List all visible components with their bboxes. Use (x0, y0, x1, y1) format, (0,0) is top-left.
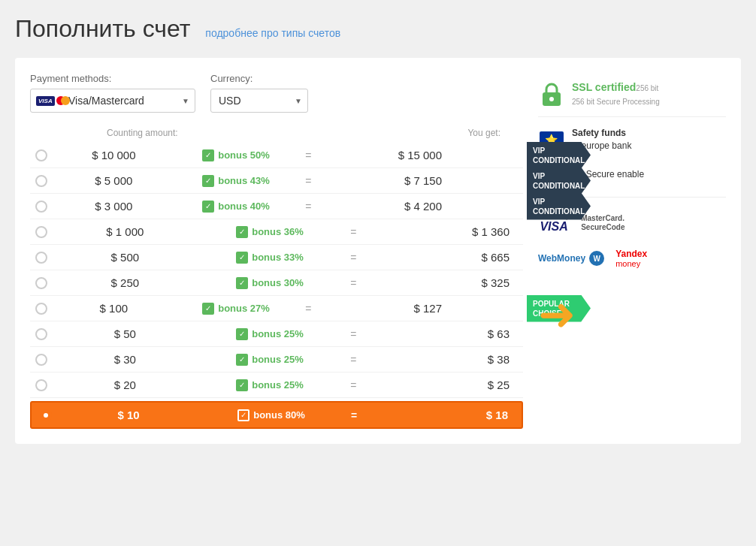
eq-col: = (343, 409, 365, 421)
badge-col: VIPCONDITIONAL (527, 193, 594, 220)
get-col: $ 7 150 (319, 174, 448, 187)
bonus-col: ✓ bonus 33% (198, 252, 343, 264)
radio-col[interactable] (30, 354, 53, 366)
table-row[interactable]: $ 250 ✓ bonus 30% = $ 325 (30, 270, 523, 296)
eq-sign: = (350, 328, 356, 340)
radio-button-selected[interactable] (40, 409, 52, 421)
table-row[interactable]: $ 500 ✓ bonus 33% = $ 665 (30, 245, 523, 270)
radio-button[interactable] (35, 277, 47, 289)
table-row-selected[interactable]: $ 10 ✓ bonus 80% = $ 18 (30, 401, 523, 429)
amount-col: $ 20 (53, 379, 198, 391)
currency-select[interactable]: USD EUR GBP (210, 89, 308, 113)
radio-button[interactable] (35, 226, 47, 238)
radio-col[interactable] (30, 226, 53, 238)
radio-button[interactable] (35, 201, 47, 213)
amount-value: $ 30 (114, 353, 136, 366)
radio-col[interactable] (30, 252, 53, 264)
amount-value: $ 250 (111, 276, 140, 289)
bonus-text: bonus 25% (252, 379, 304, 391)
table-row[interactable]: $ 20 ✓ bonus 25% = $ 25 (30, 373, 523, 398)
eq-col: = (297, 175, 319, 187)
amount-value: $ 1 000 (106, 225, 144, 238)
bonus-check: ✓ (236, 226, 248, 238)
table-row[interactable]: $ 30 ✓ bonus 25% = $ 38 (30, 347, 523, 373)
bonus-col: ✓ bonus 30% (198, 277, 343, 289)
webmoney-logo: WebMoney W (538, 251, 604, 266)
bonus-col: ✓ bonus 25% (198, 354, 343, 366)
radio-col[interactable] (30, 379, 53, 391)
bonus-col: ✓ bonus 27% (175, 303, 298, 315)
eq-col: = (342, 252, 364, 264)
radio-col[interactable] (30, 328, 53, 340)
radio-button[interactable] (35, 303, 47, 315)
ssl-label: SSL certified (572, 81, 636, 93)
account-types-link[interactable]: подробнее про типы счетов (205, 27, 340, 39)
table-row[interactable]: $ 100 ✓ bonus 27% = $ 127 POPULARCHOISE (30, 296, 523, 321)
amount-col: $ 50 (53, 327, 198, 340)
radio-button[interactable] (35, 149, 47, 161)
table-row[interactable]: $ 1 000 ✓ bonus 36% = $ 1 360 (30, 219, 523, 245)
amount-value: $ 10 (117, 409, 139, 421)
radio-col[interactable] (30, 303, 53, 315)
title-row: Пополнить счет подробнее про типы счетов (15, 15, 741, 43)
bonus-check: ✓ (236, 252, 248, 264)
radio-col[interactable] (30, 277, 53, 289)
payment-select[interactable]: Visa/Mastercard (30, 89, 195, 113)
bonus-text: bonus 43% (218, 175, 270, 186)
bonus-check: ✓ (202, 201, 214, 213)
big-arrow-icon: ➜ (538, 292, 576, 337)
radio-button[interactable] (35, 175, 47, 187)
payment-method-group: Payment methods: VISA Visa/Mastercard (30, 73, 195, 113)
table-row[interactable]: $ 10 000 ✓ bonus 50% = $ 15 000 VIPCONDI… (30, 143, 523, 168)
eq-col: = (297, 201, 319, 213)
amount-value: $ 500 (111, 251, 140, 264)
bonus-check: ✓ (237, 409, 249, 421)
amount-col: $ 30 (53, 353, 198, 366)
radio-col[interactable] (30, 175, 53, 187)
get-col: $ 4 200 (319, 200, 448, 213)
currency-group: Currency: USD EUR GBP ▼ (210, 73, 308, 113)
radio-button[interactable] (35, 328, 47, 340)
amount-value: $ 10 000 (92, 149, 135, 161)
get-col: $ 25 (364, 379, 516, 391)
amount-col: $ 10 000 (53, 149, 175, 161)
radio-button[interactable] (35, 379, 47, 391)
amount-col: $ 5 000 (53, 174, 175, 187)
arrow-container: ➜ (538, 292, 726, 337)
bonus-check: ✓ (236, 328, 248, 340)
eq-sign: = (305, 175, 311, 187)
bonus-text: bonus 80% (253, 409, 305, 421)
eq-sign: = (350, 252, 356, 264)
ssl-text: SSL certified256 bit 256 bit Secure Proc… (572, 80, 660, 107)
ssl-item: SSL certified256 bit 256 bit Secure Proc… (538, 80, 726, 107)
eq-sign: = (305, 149, 311, 161)
bonus-text: bonus 40% (218, 201, 270, 212)
get-col: $ 1 360 (364, 225, 516, 238)
amount-value: $ 5 000 (95, 174, 132, 187)
table-row[interactable]: $ 3 000 ✓ bonus 40% = $ 4 200 VIPCONDITI… (30, 194, 523, 219)
eq-sign: = (350, 379, 356, 391)
header-get: You get: (366, 128, 500, 138)
bonus-col: ✓ bonus 43% (175, 175, 298, 187)
eq-sign: = (350, 354, 356, 366)
get-value: $ 325 (481, 276, 510, 289)
radio-col[interactable] (30, 149, 53, 161)
get-value: $ 665 (481, 251, 510, 264)
amount-value: $ 100 (100, 302, 129, 315)
badge-col: VIPCONDITIONAL (527, 167, 594, 195)
get-col: $ 63 (364, 327, 516, 340)
bonus-text: bonus 27% (218, 303, 270, 314)
radio-col[interactable] (35, 409, 57, 421)
radio-button[interactable] (35, 252, 47, 264)
divider (538, 116, 726, 117)
radio-col[interactable] (30, 201, 53, 213)
radio-button[interactable] (35, 354, 47, 366)
ssl-sub-label: 256 bit (636, 84, 658, 92)
table-row[interactable]: $ 5 000 ✓ bonus 43% = $ 7 150 VIPCONDITI… (30, 168, 523, 194)
table-row[interactable]: $ 50 ✓ bonus 25% = $ 63 (30, 321, 523, 347)
get-col: $ 18 (365, 409, 514, 421)
amount-value: $ 3 000 (95, 200, 132, 213)
visa-brand-text: VISA (540, 220, 567, 234)
header-radio-spacer (53, 128, 75, 138)
payment-select-wrapper: VISA Visa/Mastercard ▼ (30, 89, 195, 113)
